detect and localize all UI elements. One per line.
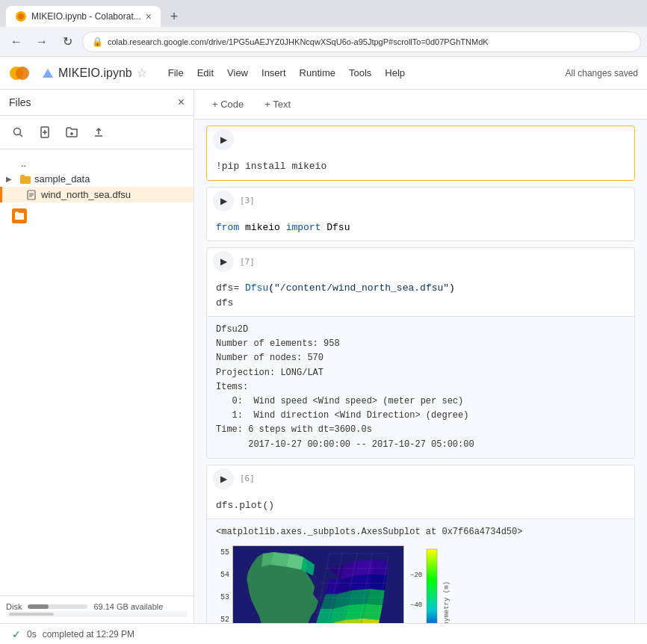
output-line-3: Number of nodes: 570	[216, 351, 625, 365]
status-completed-text: completed at 12:29 PM	[43, 629, 134, 640]
new-file-button[interactable]	[33, 120, 57, 144]
status-bar: ✓ 0s completed at 12:29 PM	[0, 623, 647, 644]
search-button[interactable]	[6, 120, 30, 144]
active-tab[interactable]: MIKEIO.ipynb - Colaborat... ×	[6, 6, 161, 27]
main-area: Files ×	[0, 90, 647, 623]
scrollbar-thumb[interactable]	[9, 613, 54, 616]
svg-line-6	[20, 134, 23, 137]
disk-info: Disk 69.14 GB available	[6, 602, 188, 611]
menu-file[interactable]: File	[162, 64, 190, 81]
menu-insert[interactable]: Insert	[256, 64, 292, 81]
tab-bar: MIKEIO.ipynb - Colaborat... × +	[0, 0, 647, 27]
address-text: colab.research.google.com/drive/1PG5uAEJ…	[108, 37, 489, 46]
run-button-2[interactable]: ▶	[213, 191, 234, 211]
plot-row: 55 54 53 52 51 50	[216, 545, 453, 623]
y-label-54: 54	[216, 569, 229, 581]
add-code-button[interactable]: + Code	[206, 96, 250, 113]
save-status: All changes saved	[566, 68, 638, 78]
map-svg	[232, 545, 404, 623]
cell-plot: ▶ [6] dfs.plot() <matplotlib.axes._subpl…	[206, 465, 635, 623]
parent-dir-label: ..	[21, 158, 26, 169]
back-button[interactable]: ←	[6, 31, 27, 52]
browser-toolbar: ← → ↻ 🔒 colab.research.google.com/drive/…	[0, 27, 647, 57]
status-time: 0s	[27, 629, 37, 640]
cell-content-3[interactable]: dfs= Dfsu("/content/wind_north_sea.dfsu"…	[207, 275, 634, 316]
cb-label-20: −20	[410, 570, 422, 580]
menu-tools[interactable]: Tools	[343, 64, 377, 81]
y-label-52: 52	[216, 614, 229, 623]
tab-close-button[interactable]: ×	[146, 10, 152, 22]
menu-edit[interactable]: Edit	[191, 64, 220, 81]
disk-bar	[28, 604, 87, 609]
star-icon[interactable]: ☆	[137, 66, 147, 80]
y-label-55: 55	[216, 547, 229, 559]
folder-open-icon	[14, 211, 25, 220]
colab-logo	[9, 63, 30, 84]
module-name: mikeio	[245, 222, 286, 233]
address-bar[interactable]: 🔒 colab.research.google.com/drive/1PG5uA…	[82, 31, 641, 52]
menu-view[interactable]: View	[221, 64, 254, 81]
add-text-button[interactable]: + Text	[259, 96, 297, 113]
horizontal-scrollbar[interactable]	[6, 611, 188, 617]
run-button-1[interactable]: ▶	[213, 129, 234, 150]
svg-point-5	[14, 129, 21, 135]
upload-button[interactable]	[87, 120, 111, 144]
colorbar-gradient-svg	[425, 548, 439, 623]
cell-content-1[interactable]: !pip install mikeio	[207, 153, 634, 180]
cell-number-2: [3]	[240, 196, 255, 205]
new-folder-button[interactable]	[60, 120, 84, 144]
cell-content-2[interactable]: from mikeio import Dfsu	[207, 214, 634, 241]
file-name: wind_north_sea.dfsu	[41, 189, 131, 200]
class-name: Dfsu	[326, 222, 350, 233]
paren-close: )	[449, 282, 455, 294]
colab-logo-svg	[9, 63, 30, 84]
fn-dfsu: Dfsu	[245, 282, 268, 294]
notebook-title: MIKEIO.ipynb ☆	[42, 66, 147, 80]
colorbar-title-text: Bathymetry (m)	[442, 581, 452, 623]
output-line-8: Time: 6 steps with dt=3600.0s	[216, 423, 625, 437]
folder-icon	[19, 174, 31, 185]
run-button-4[interactable]: ▶	[213, 468, 234, 489]
cell-dfsu: ▶ [7] dfs= Dfsu("/content/wind_north_sea…	[206, 247, 635, 459]
output-line-5: Items:	[216, 380, 625, 394]
output-line-7: 1: Wind direction <Wind Direction> (degr…	[216, 409, 625, 423]
refresh-button[interactable]: ↻	[57, 31, 78, 52]
colorbar-container: −20 −40 −60 −80	[410, 545, 453, 623]
svg-point-3	[16, 66, 29, 80]
cell-toolbar-2: ▶ [3]	[207, 188, 634, 214]
plot-with-axes: 55 54 53 52 51 50	[216, 545, 453, 623]
cell-toolbar-4: ▶ [6]	[207, 465, 634, 492]
keyword-import: import	[286, 222, 321, 233]
keyword-from: from	[216, 222, 239, 233]
cell-content-4[interactable]: dfs.plot()	[207, 492, 634, 519]
colorbar-tick-labels: −20 −40 −60 −80	[410, 551, 424, 623]
cell-output-4: <matplotlib.axes._subplots.AxesSubplot a…	[207, 518, 634, 623]
status-check-icon: ✓	[12, 628, 21, 640]
notebook-area: + Code + Text ▶ !pip install mikeio	[194, 90, 647, 623]
forward-button[interactable]: →	[31, 31, 52, 52]
parent-dir-item[interactable]: ..	[0, 155, 194, 171]
sidebar-close-button[interactable]: ×	[178, 96, 185, 109]
sidebar-toolbar	[0, 116, 194, 149]
svg-rect-64	[427, 549, 437, 623]
output-line-6: 0: Wind speed <Wind speed> (meter per se…	[216, 394, 625, 409]
add-cell-toolbar: + Code + Text	[194, 90, 647, 120]
folder-item-sample-data[interactable]: ▶ sample_data	[0, 171, 194, 187]
menu-runtime[interactable]: Runtime	[294, 64, 341, 81]
output-line-1: Dfsu2D	[216, 323, 625, 337]
cell-pip-install: ▶ !pip install mikeio	[206, 126, 635, 181]
file-item-wind-north-sea[interactable]: wind_north_sea.dfsu	[0, 187, 194, 202]
plot-text-output: <matplotlib.axes._subplots.AxesSubplot a…	[216, 525, 625, 539]
notebook-name[interactable]: MIKEIO.ipynb	[58, 66, 132, 80]
new-file-icon	[39, 126, 51, 138]
new-tab-button[interactable]: +	[164, 6, 185, 27]
menu-bar: File Edit View Insert Runtime Tools Help	[159, 64, 414, 81]
run-button-3[interactable]: ▶	[213, 251, 234, 272]
menu-help[interactable]: Help	[379, 64, 411, 81]
svg-marker-23	[372, 560, 388, 576]
drive-icon	[42, 67, 54, 79]
sidebar-title: Files	[9, 96, 31, 108]
folder-name: sample_data	[34, 173, 90, 185]
cell-output-3: Dfsu2D Number of elements: 958 Number of…	[207, 316, 634, 458]
cb-label-40: −40	[410, 600, 422, 610]
